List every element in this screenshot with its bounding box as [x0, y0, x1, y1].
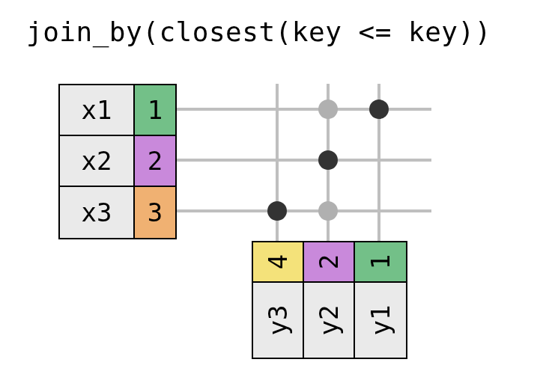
y-key-cell: 1 [355, 242, 406, 283]
x-label-cell: x1 [60, 85, 135, 136]
diagram-canvas: join_by(closest(key <= key)) x11x22x33 4… [0, 0, 552, 392]
x-key-cell: 1 [135, 85, 175, 136]
left-table-row: x11 [60, 85, 175, 136]
bottom-key-row: 421 [253, 242, 406, 283]
match-dot-candidate [318, 99, 338, 119]
left-table-row: x33 [60, 187, 175, 238]
y-key-cell: 4 [253, 242, 304, 283]
grid-hline [177, 209, 431, 212]
x-key-cell: 2 [135, 136, 175, 187]
bottom-label-row: y3y2y1 [253, 283, 406, 358]
y-label-cell: y3 [253, 283, 304, 358]
y-label-cell: y2 [304, 283, 355, 358]
x-label-cell: x3 [60, 187, 135, 238]
match-dot-closest [318, 150, 338, 170]
match-dot-closest [267, 201, 287, 221]
grid-hline [177, 159, 431, 162]
left-table-x: x11x22x33 [58, 84, 177, 239]
x-label-cell: x2 [60, 136, 135, 187]
grid-hline [177, 108, 431, 111]
match-dot-candidate [318, 201, 338, 221]
code-expression-title: join_by(closest(key <= key)) [26, 16, 491, 47]
y-key-cell: 2 [304, 242, 355, 283]
bottom-table-y: 421y3y2y1 [252, 241, 407, 359]
x-key-cell: 3 [135, 187, 175, 238]
left-table-row: x22 [60, 136, 175, 187]
y-label-cell: y1 [355, 283, 406, 358]
match-dot-closest [369, 99, 389, 119]
